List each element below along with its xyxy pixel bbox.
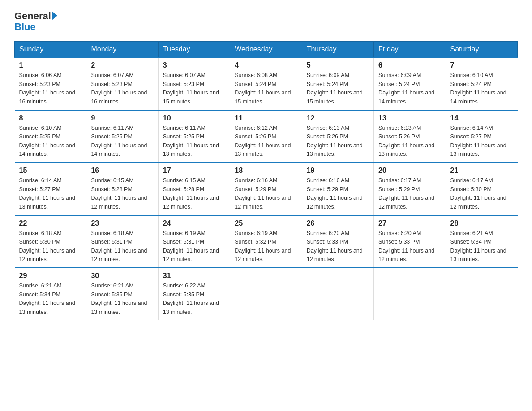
day-info: Sunrise: 6:14 AM Sunset: 5:27 PM Dayligh… <box>450 124 513 159</box>
calendar-cell: 17 Sunrise: 6:15 AM Sunset: 5:28 PM Dayl… <box>158 163 230 215</box>
calendar-cell: 1 Sunrise: 6:06 AM Sunset: 5:23 PM Dayli… <box>15 57 86 110</box>
day-info: Sunrise: 6:15 AM Sunset: 5:28 PM Dayligh… <box>91 176 153 211</box>
week-row-3: 15 Sunrise: 6:14 AM Sunset: 5:27 PM Dayl… <box>15 163 518 215</box>
calendar-cell: 3 Sunrise: 6:07 AM Sunset: 5:23 PM Dayli… <box>158 57 230 110</box>
weekday-header-monday: Monday <box>86 42 158 58</box>
day-info: Sunrise: 6:19 AM Sunset: 5:32 PM Dayligh… <box>235 229 297 264</box>
day-info: Sunrise: 6:07 AM Sunset: 5:23 PM Dayligh… <box>163 71 225 106</box>
week-row-2: 8 Sunrise: 6:10 AM Sunset: 5:25 PM Dayli… <box>15 110 518 163</box>
day-number: 31 <box>163 272 225 280</box>
day-number: 23 <box>91 219 153 227</box>
logo-text: General <box>14 11 57 21</box>
day-info: Sunrise: 6:20 AM Sunset: 5:33 PM Dayligh… <box>307 229 369 264</box>
week-row-1: 1 Sunrise: 6:06 AM Sunset: 5:23 PM Dayli… <box>15 57 518 110</box>
page-header: General Blue <box>14 11 518 32</box>
day-number: 18 <box>235 167 297 175</box>
day-number: 28 <box>450 219 513 227</box>
calendar-cell: 29 Sunrise: 6:21 AM Sunset: 5:34 PM Dayl… <box>15 268 86 320</box>
day-info: Sunrise: 6:08 AM Sunset: 5:24 PM Dayligh… <box>235 71 297 106</box>
day-number: 30 <box>91 272 153 280</box>
day-info: Sunrise: 6:13 AM Sunset: 5:26 PM Dayligh… <box>307 124 369 159</box>
day-number: 1 <box>19 61 82 69</box>
day-info: Sunrise: 6:06 AM Sunset: 5:23 PM Dayligh… <box>19 71 82 106</box>
calendar-cell: 30 Sunrise: 6:21 AM Sunset: 5:35 PM Dayl… <box>86 268 158 320</box>
day-number: 9 <box>91 114 153 122</box>
calendar-cell: 11 Sunrise: 6:12 AM Sunset: 5:26 PM Dayl… <box>230 110 302 163</box>
day-info: Sunrise: 6:13 AM Sunset: 5:26 PM Dayligh… <box>378 124 441 159</box>
weekday-header-sunday: Sunday <box>15 42 86 58</box>
calendar-cell: 8 Sunrise: 6:10 AM Sunset: 5:25 PM Dayli… <box>15 110 86 163</box>
logo-blue-text: Blue <box>14 21 57 32</box>
day-number: 21 <box>450 167 513 175</box>
day-info: Sunrise: 6:16 AM Sunset: 5:29 PM Dayligh… <box>235 176 297 211</box>
calendar-cell: 23 Sunrise: 6:18 AM Sunset: 5:31 PM Dayl… <box>86 215 158 268</box>
calendar-cell: 14 Sunrise: 6:14 AM Sunset: 5:27 PM Dayl… <box>446 110 517 163</box>
weekday-header-row: SundayMondayTuesdayWednesdayThursdayFrid… <box>15 42 518 58</box>
day-number: 25 <box>235 219 297 227</box>
calendar-cell: 10 Sunrise: 6:11 AM Sunset: 5:25 PM Dayl… <box>158 110 230 163</box>
calendar-cell: 7 Sunrise: 6:10 AM Sunset: 5:24 PM Dayli… <box>446 57 517 110</box>
day-number: 2 <box>91 61 153 69</box>
calendar-cell: 28 Sunrise: 6:21 AM Sunset: 5:34 PM Dayl… <box>446 215 517 268</box>
day-info: Sunrise: 6:21 AM Sunset: 5:34 PM Dayligh… <box>450 229 513 264</box>
weekday-header-thursday: Thursday <box>302 42 373 58</box>
day-info: Sunrise: 6:07 AM Sunset: 5:23 PM Dayligh… <box>91 71 153 106</box>
calendar-cell: 20 Sunrise: 6:17 AM Sunset: 5:29 PM Dayl… <box>374 163 446 215</box>
day-number: 10 <box>163 114 225 122</box>
day-number: 6 <box>378 61 441 69</box>
day-number: 11 <box>235 114 297 122</box>
calendar-cell <box>374 268 446 320</box>
calendar-cell: 21 Sunrise: 6:17 AM Sunset: 5:30 PM Dayl… <box>446 163 517 215</box>
day-info: Sunrise: 6:11 AM Sunset: 5:25 PM Dayligh… <box>163 124 225 159</box>
calendar-cell: 19 Sunrise: 6:16 AM Sunset: 5:29 PM Dayl… <box>302 163 373 215</box>
day-number: 8 <box>19 114 82 122</box>
day-number: 22 <box>19 219 82 227</box>
day-number: 16 <box>91 167 153 175</box>
day-info: Sunrise: 6:19 AM Sunset: 5:31 PM Dayligh… <box>163 229 225 264</box>
day-info: Sunrise: 6:17 AM Sunset: 5:29 PM Dayligh… <box>378 176 441 211</box>
calendar-cell: 26 Sunrise: 6:20 AM Sunset: 5:33 PM Dayl… <box>302 215 373 268</box>
calendar-cell <box>230 268 302 320</box>
day-info: Sunrise: 6:21 AM Sunset: 5:34 PM Dayligh… <box>19 282 82 317</box>
calendar-cell: 9 Sunrise: 6:11 AM Sunset: 5:25 PM Dayli… <box>86 110 158 163</box>
day-number: 12 <box>307 114 369 122</box>
calendar-cell: 4 Sunrise: 6:08 AM Sunset: 5:24 PM Dayli… <box>230 57 302 110</box>
calendar-cell: 18 Sunrise: 6:16 AM Sunset: 5:29 PM Dayl… <box>230 163 302 215</box>
day-info: Sunrise: 6:18 AM Sunset: 5:30 PM Dayligh… <box>19 229 82 264</box>
calendar-cell: 16 Sunrise: 6:15 AM Sunset: 5:28 PM Dayl… <box>86 163 158 215</box>
day-number: 26 <box>307 219 369 227</box>
day-number: 3 <box>163 61 225 69</box>
day-info: Sunrise: 6:22 AM Sunset: 5:35 PM Dayligh… <box>163 282 225 317</box>
logo-arrow-icon <box>52 11 57 20</box>
weekday-header-tuesday: Tuesday <box>158 42 230 58</box>
calendar-cell <box>302 268 373 320</box>
day-number: 14 <box>450 114 513 122</box>
day-info: Sunrise: 6:21 AM Sunset: 5:35 PM Dayligh… <box>91 282 153 317</box>
day-info: Sunrise: 6:10 AM Sunset: 5:24 PM Dayligh… <box>450 71 513 106</box>
day-number: 27 <box>378 219 441 227</box>
day-info: Sunrise: 6:20 AM Sunset: 5:33 PM Dayligh… <box>378 229 441 264</box>
calendar-cell: 24 Sunrise: 6:19 AM Sunset: 5:31 PM Dayl… <box>158 215 230 268</box>
day-number: 15 <box>19 167 82 175</box>
day-info: Sunrise: 6:09 AM Sunset: 5:24 PM Dayligh… <box>378 71 441 106</box>
day-info: Sunrise: 6:18 AM Sunset: 5:31 PM Dayligh… <box>91 229 153 264</box>
calendar-cell: 5 Sunrise: 6:09 AM Sunset: 5:24 PM Dayli… <box>302 57 373 110</box>
day-info: Sunrise: 6:17 AM Sunset: 5:30 PM Dayligh… <box>450 176 513 211</box>
day-info: Sunrise: 6:15 AM Sunset: 5:28 PM Dayligh… <box>163 176 225 211</box>
day-number: 20 <box>378 167 441 175</box>
day-info: Sunrise: 6:10 AM Sunset: 5:25 PM Dayligh… <box>19 124 82 159</box>
day-number: 7 <box>450 61 513 69</box>
calendar-cell: 22 Sunrise: 6:18 AM Sunset: 5:30 PM Dayl… <box>15 215 86 268</box>
day-number: 19 <box>307 167 369 175</box>
week-row-4: 22 Sunrise: 6:18 AM Sunset: 5:30 PM Dayl… <box>15 215 518 268</box>
calendar-cell: 2 Sunrise: 6:07 AM Sunset: 5:23 PM Dayli… <box>86 57 158 110</box>
calendar-cell: 13 Sunrise: 6:13 AM Sunset: 5:26 PM Dayl… <box>374 110 446 163</box>
calendar-cell <box>446 268 517 320</box>
day-number: 4 <box>235 61 297 69</box>
weekday-header-saturday: Saturday <box>446 42 517 58</box>
calendar-table: SundayMondayTuesdayWednesdayThursdayFrid… <box>14 41 518 320</box>
calendar-cell: 12 Sunrise: 6:13 AM Sunset: 5:26 PM Dayl… <box>302 110 373 163</box>
calendar-cell: 25 Sunrise: 6:19 AM Sunset: 5:32 PM Dayl… <box>230 215 302 268</box>
day-info: Sunrise: 6:12 AM Sunset: 5:26 PM Dayligh… <box>235 124 297 159</box>
day-info: Sunrise: 6:14 AM Sunset: 5:27 PM Dayligh… <box>19 176 82 211</box>
